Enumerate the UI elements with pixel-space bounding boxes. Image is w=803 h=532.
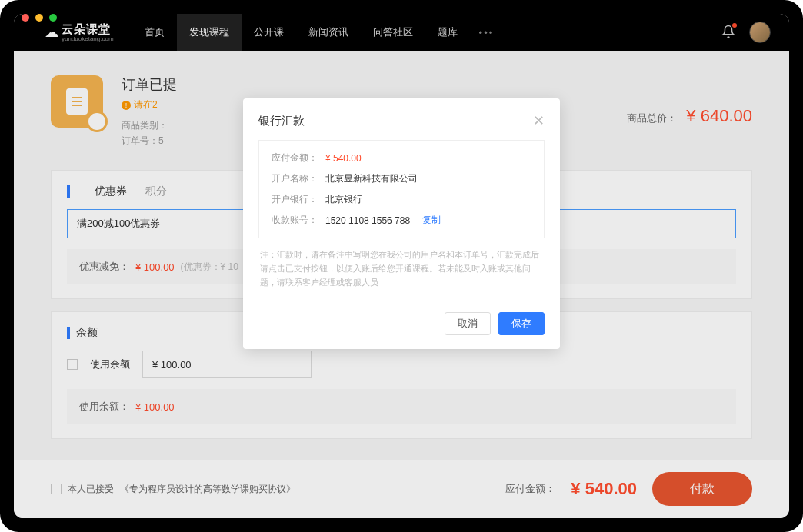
bank-label: 开户银行： bbox=[272, 193, 318, 206]
save-button[interactable]: 保存 bbox=[498, 312, 545, 335]
window-controls bbox=[22, 14, 57, 22]
copy-button[interactable]: 复制 bbox=[422, 214, 441, 227]
modal-note: 注：汇款时，请在备注中写明您在我公司的用户名和本订单号，汇款完成后请点击已支付按… bbox=[258, 238, 545, 289]
account-name-label: 开户名称： bbox=[272, 172, 318, 185]
amount-value: ¥ 540.00 bbox=[325, 153, 362, 164]
minimize-window-icon[interactable] bbox=[35, 14, 43, 22]
cancel-button[interactable]: 取消 bbox=[445, 312, 491, 335]
account-no-value: 1520 1108 1556 788 bbox=[325, 215, 410, 226]
bank-transfer-modal: 银行汇款 ✕ 应付金额： ¥ 540.00 开户名称： 北京昱新科技有限公司 bbox=[243, 98, 560, 349]
bank-info-box: 应付金额： ¥ 540.00 开户名称： 北京昱新科技有限公司 开户银行： 北京… bbox=[258, 140, 545, 238]
amount-label: 应付金额： bbox=[272, 151, 318, 165]
account-no-label: 收款账号： bbox=[272, 214, 318, 227]
account-name-value: 北京昱新科技有限公司 bbox=[325, 172, 418, 185]
bank-value: 北京银行 bbox=[325, 193, 362, 206]
close-icon[interactable]: ✕ bbox=[533, 112, 545, 129]
modal-overlay[interactable]: 银行汇款 ✕ 应付金额： ¥ 540.00 开户名称： 北京昱新科技有限公司 bbox=[14, 14, 789, 518]
modal-title: 银行汇款 bbox=[258, 114, 305, 128]
close-window-icon[interactable] bbox=[22, 14, 29, 22]
maximize-window-icon[interactable] bbox=[49, 14, 57, 22]
